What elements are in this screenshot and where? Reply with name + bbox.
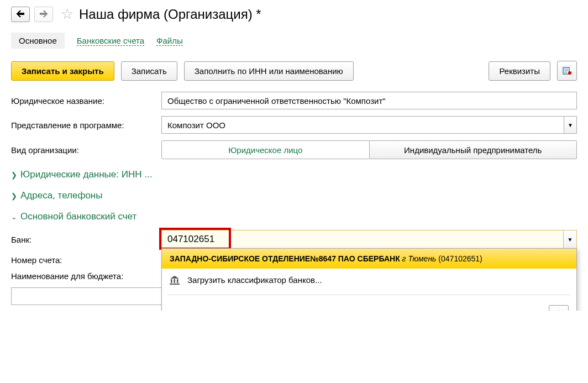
program-name-label: Представление в программе: — [11, 120, 161, 130]
svg-rect-9 — [170, 284, 180, 285]
back-button[interactable]: 🡰 — [11, 7, 30, 22]
chevron-right-icon: ❯ — [11, 192, 17, 200]
bank-search-result[interactable]: ЗАПАДНО-СИБИРСКОЕ ОТДЕЛЕНИЕ№8647 ПАО СБЕ… — [162, 249, 576, 269]
legal-name-input[interactable] — [161, 92, 577, 109]
svg-point-4 — [568, 71, 571, 75]
account-number-label: Номер счета: — [11, 255, 161, 265]
fill-by-inn-button[interactable]: Заполнить по ИНН или наименованию — [184, 61, 354, 81]
attachment-icon — [562, 66, 572, 76]
page-title: Наша фирма (Организация) * — [79, 7, 261, 22]
requisites-button[interactable]: Реквизиты — [489, 61, 550, 81]
chevron-right-icon: ❯ — [11, 171, 17, 179]
add-bank-button[interactable]: + — [549, 305, 569, 311]
section-legal-data[interactable]: ❯ Юридические данные: ИНН ... — [11, 169, 577, 180]
attachments-button[interactable] — [557, 61, 577, 81]
arrow-right-icon: 🡲 — [39, 9, 48, 19]
bank-input[interactable] — [162, 230, 563, 248]
program-name-dropdown[interactable]: ▼ — [564, 116, 577, 134]
save-button[interactable]: Записать — [121, 61, 177, 81]
org-type-individual[interactable]: Индивидуальный предприниматель — [370, 140, 578, 159]
budget-name-label: Наименование для бюджета: — [11, 271, 161, 281]
arrow-left-icon: 🡰 — [16, 9, 25, 19]
plus-icon: + — [555, 307, 562, 311]
legal-name-label: Юридическое название: — [11, 96, 161, 106]
program-name-input[interactable] — [161, 116, 564, 134]
svg-rect-7 — [174, 279, 176, 283]
tab-files[interactable]: Файлы — [156, 36, 183, 46]
bank-dropdown-toggle[interactable]: ▼ — [563, 230, 576, 248]
bank-icon — [170, 276, 180, 285]
tab-bank-accounts[interactable]: Банковские счета — [77, 36, 144, 46]
save-and-close-button[interactable]: Записать и закрыть — [11, 61, 114, 81]
svg-rect-6 — [171, 279, 172, 283]
bank-label: Банк: — [11, 235, 161, 244]
org-type-label: Вид организации: — [11, 145, 161, 155]
section-bank-account[interactable]: ⌄ Основной банковский счет — [11, 211, 577, 222]
bank-dropdown-panel: ЗАПАДНО-СИБИРСКОЕ ОТДЕЛЕНИЕ№8647 ПАО СБЕ… — [161, 248, 577, 311]
show-all-link[interactable]: Показать все — [170, 308, 221, 311]
org-type-legal[interactable]: Юридическое лицо — [161, 140, 370, 159]
forward-button[interactable]: 🡲 — [34, 7, 53, 22]
load-bank-classifier[interactable]: Загрузить классификатор банков... — [162, 269, 576, 291]
tab-main[interactable]: Основное — [11, 33, 65, 49]
svg-marker-5 — [170, 276, 179, 279]
section-addresses[interactable]: ❯ Адреса, телефоны — [11, 190, 577, 201]
favorite-star-icon[interactable]: ☆ — [61, 6, 74, 23]
chevron-down-icon: ⌄ — [11, 213, 17, 221]
svg-rect-8 — [177, 279, 179, 283]
